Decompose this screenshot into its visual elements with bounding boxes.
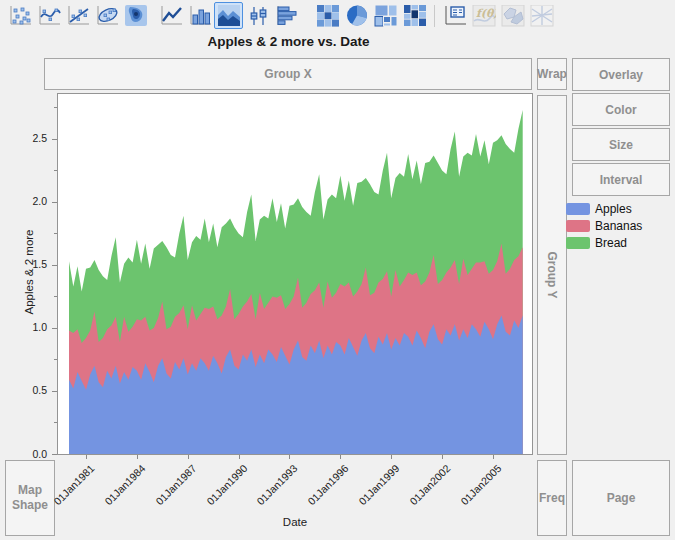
pie-icon — [345, 5, 369, 27]
bar-icon — [188, 5, 212, 27]
y-major-tick — [52, 328, 57, 329]
pie-button[interactable] — [342, 2, 371, 29]
drop-zone-group-x[interactable]: Group X — [44, 58, 532, 90]
line-of-fit-icon — [66, 5, 90, 27]
map-shape-button — [498, 2, 527, 29]
toolbar-separator — [434, 5, 435, 27]
smoother-button[interactable] — [34, 2, 63, 29]
line-button[interactable] — [156, 2, 185, 29]
parallel-button — [527, 2, 556, 29]
caption-box-icon — [443, 5, 467, 27]
line-of-fit-button[interactable] — [63, 2, 92, 29]
y-minor-tick — [54, 170, 57, 171]
drop-zone-size[interactable]: Size — [572, 128, 670, 161]
x-major-tick — [391, 455, 392, 459]
box-plot-icon — [246, 5, 270, 27]
histogram-button[interactable] — [272, 2, 301, 29]
legend-item[interactable]: Bananas — [566, 217, 642, 234]
y-major-tick — [52, 391, 57, 392]
histogram-icon — [275, 5, 299, 27]
legend-label: Bananas — [595, 219, 642, 233]
legend-item[interactable]: Bread — [566, 234, 642, 251]
box-plot-button[interactable] — [243, 2, 272, 29]
bananas-swatch — [566, 220, 590, 232]
x-major-tick — [188, 455, 189, 459]
formula-icon: f(θ) — [472, 5, 496, 27]
drop-zone-overlay[interactable]: Overlay — [572, 58, 670, 91]
treemap-icon — [374, 5, 398, 27]
x-axis[interactable]: 01Jan198101Jan198401Jan198701Jan199001Ja… — [57, 455, 533, 517]
drop-zone-freq[interactable]: Freq — [537, 460, 567, 536]
drop-zone-color[interactable]: Color — [572, 93, 670, 126]
x-major-tick — [86, 455, 87, 459]
points-icon — [8, 5, 32, 27]
ellipse-icon — [95, 5, 119, 27]
formula-button: f(θ) — [469, 2, 498, 29]
drop-zone-wrap[interactable]: Wrap — [537, 58, 567, 90]
page-title: Apples & 2 more vs. Date — [45, 34, 532, 49]
y-major-tick — [52, 202, 57, 203]
heatmap-icon — [316, 5, 340, 27]
x-axis-title: Date — [57, 516, 533, 528]
line-icon — [159, 5, 183, 27]
x-major-tick — [239, 455, 240, 459]
y-minor-tick — [54, 359, 57, 360]
y-minor-tick — [54, 107, 57, 108]
drop-zone-page[interactable]: Page — [572, 460, 670, 536]
contour-button[interactable] — [121, 2, 150, 29]
x-major-tick — [442, 455, 443, 459]
y-major-tick — [52, 265, 57, 266]
drop-zone-group-y[interactable]: Group Y — [537, 95, 567, 455]
x-major-tick — [493, 455, 494, 459]
x-tick-label: 01Jan2005 — [444, 462, 503, 521]
area-button[interactable] — [214, 2, 243, 29]
heatmap-button[interactable] — [313, 2, 342, 29]
element-toolbar: f(θ) — [0, 0, 675, 31]
graph-builder-window: f(θ) Apples & 2 more vs. Date Group X Wr… — [0, 0, 675, 540]
bread-swatch — [566, 237, 590, 249]
contour-icon — [124, 5, 148, 27]
x-major-tick — [137, 455, 138, 459]
y-minor-tick — [54, 422, 57, 423]
drop-zone-interval[interactable]: Interval — [572, 163, 670, 196]
area-icon — [217, 5, 241, 27]
smoother-icon — [37, 5, 61, 27]
points-button[interactable] — [5, 2, 34, 29]
drop-zone-map-shape[interactable]: Map Shape — [5, 460, 55, 536]
map-shape-icon — [501, 5, 525, 27]
ellipse-button[interactable] — [92, 2, 121, 29]
mosaic-icon — [403, 5, 427, 27]
y-tick-label: 0.5 — [13, 384, 47, 396]
y-tick-label: 2.0 — [13, 195, 47, 207]
legend-label: Bread — [595, 236, 627, 250]
mosaic-button[interactable] — [400, 2, 429, 29]
y-tick-label: 2.5 — [13, 132, 47, 144]
legend-label: Apples — [595, 202, 632, 216]
y-minor-tick — [54, 296, 57, 297]
y-minor-tick — [54, 233, 57, 234]
legend: Apples Bananas Bread — [566, 200, 642, 251]
parallel-icon — [530, 5, 554, 27]
apples-swatch — [566, 203, 590, 215]
plot-area[interactable] — [57, 93, 533, 455]
legend-item[interactable]: Apples — [566, 200, 642, 217]
y-major-tick — [52, 139, 57, 140]
caption-box-button[interactable] — [440, 2, 469, 29]
x-major-tick — [289, 455, 290, 459]
y-axis-title: Apples & 2 more — [23, 217, 35, 327]
y-tick-label: 0.0 — [13, 448, 47, 460]
treemap-button[interactable] — [371, 2, 400, 29]
x-major-tick — [340, 455, 341, 459]
svg-text:f(θ): f(θ) — [476, 7, 496, 20]
bar-button[interactable] — [185, 2, 214, 29]
stacked-area-chart — [58, 94, 532, 454]
